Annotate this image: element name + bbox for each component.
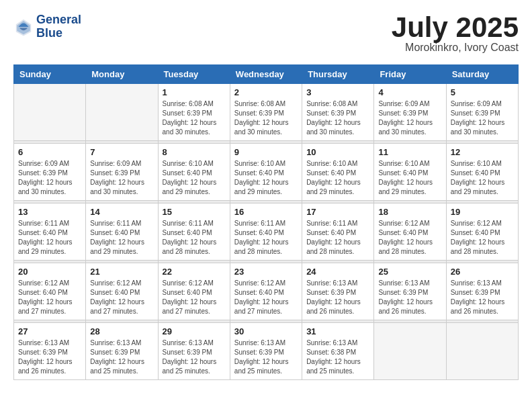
weekday-header-sunday: Sunday [14, 65, 86, 84]
calendar-cell: 22Sunrise: 6:12 AM Sunset: 6:40 PM Dayli… [158, 263, 230, 320]
logo-icon [13, 17, 34, 37]
weekday-header-wednesday: Wednesday [230, 65, 302, 84]
weekday-header-monday: Monday [86, 65, 158, 84]
day-number: 13 [18, 207, 81, 217]
day-info: Sunrise: 6:13 AM Sunset: 6:39 PM Dayligh… [378, 279, 441, 316]
day-number: 30 [234, 326, 298, 336]
day-info: Sunrise: 6:11 AM Sunset: 6:40 PM Dayligh… [18, 219, 81, 257]
day-info: Sunrise: 6:12 AM Sunset: 6:40 PM Dayligh… [18, 279, 81, 316]
calendar-cell: 19Sunrise: 6:12 AM Sunset: 6:40 PM Dayli… [446, 203, 518, 261]
day-number: 5 [451, 87, 514, 97]
calendar-cell: 1Sunrise: 6:08 AM Sunset: 6:39 PM Daylig… [158, 84, 230, 141]
calendar-cell: 18Sunrise: 6:12 AM Sunset: 6:40 PM Dayli… [374, 203, 446, 261]
day-info: Sunrise: 6:13 AM Sunset: 6:38 PM Dayligh… [306, 338, 369, 376]
day-number: 15 [163, 207, 226, 217]
calendar-cell: 31Sunrise: 6:13 AM Sunset: 6:38 PM Dayli… [302, 323, 374, 380]
day-info: Sunrise: 6:10 AM Sunset: 6:40 PM Dayligh… [306, 159, 369, 197]
day-info: Sunrise: 6:12 AM Sunset: 6:40 PM Dayligh… [90, 279, 153, 316]
day-number: 29 [163, 326, 226, 336]
calendar-week-1: 1Sunrise: 6:08 AM Sunset: 6:39 PM Daylig… [14, 84, 519, 141]
day-number: 31 [306, 326, 369, 336]
day-info: Sunrise: 6:13 AM Sunset: 6:39 PM Dayligh… [163, 338, 226, 376]
day-info: Sunrise: 6:10 AM Sunset: 6:40 PM Dayligh… [234, 159, 298, 197]
month-title: July 2025 [392, 13, 519, 42]
day-info: Sunrise: 6:10 AM Sunset: 6:40 PM Dayligh… [378, 159, 441, 197]
location-title: Morokinkro, Ivory Coast [392, 42, 519, 54]
day-info: Sunrise: 6:10 AM Sunset: 6:40 PM Dayligh… [451, 159, 514, 197]
day-info: Sunrise: 6:13 AM Sunset: 6:39 PM Dayligh… [451, 279, 514, 316]
weekday-header-friday: Friday [374, 65, 446, 84]
calendar-cell: 8Sunrise: 6:10 AM Sunset: 6:40 PM Daylig… [158, 144, 230, 201]
day-info: Sunrise: 6:11 AM Sunset: 6:40 PM Dayligh… [234, 219, 298, 257]
day-number: 2 [234, 87, 298, 97]
calendar-cell: 21Sunrise: 6:12 AM Sunset: 6:40 PM Dayli… [86, 263, 158, 320]
calendar-cell [446, 323, 518, 380]
title-block: July 2025 Morokinkro, Ivory Coast [392, 13, 519, 54]
calendar-cell [86, 84, 158, 141]
weekday-header-thursday: Thursday [302, 65, 374, 84]
calendar-cell: 3Sunrise: 6:08 AM Sunset: 6:39 PM Daylig… [302, 84, 374, 141]
day-info: Sunrise: 6:09 AM Sunset: 6:39 PM Dayligh… [18, 159, 81, 197]
day-info: Sunrise: 6:11 AM Sunset: 6:40 PM Dayligh… [90, 219, 153, 257]
calendar-cell: 29Sunrise: 6:13 AM Sunset: 6:39 PM Dayli… [158, 323, 230, 380]
calendar-week-4: 20Sunrise: 6:12 AM Sunset: 6:40 PM Dayli… [14, 263, 519, 320]
day-info: Sunrise: 6:09 AM Sunset: 6:39 PM Dayligh… [378, 99, 441, 137]
calendar-week-2: 6Sunrise: 6:09 AM Sunset: 6:39 PM Daylig… [14, 144, 519, 201]
day-info: Sunrise: 6:13 AM Sunset: 6:39 PM Dayligh… [90, 338, 153, 376]
day-info: Sunrise: 6:08 AM Sunset: 6:39 PM Dayligh… [234, 99, 298, 137]
weekday-header-row: SundayMondayTuesdayWednesdayThursdayFrid… [14, 65, 519, 84]
day-info: Sunrise: 6:09 AM Sunset: 6:39 PM Dayligh… [90, 159, 153, 197]
day-info: Sunrise: 6:12 AM Sunset: 6:40 PM Dayligh… [378, 219, 441, 257]
day-number: 28 [90, 326, 153, 336]
day-number: 19 [451, 207, 514, 217]
day-number: 26 [451, 267, 514, 277]
day-number: 17 [306, 207, 369, 217]
calendar-cell: 7Sunrise: 6:09 AM Sunset: 6:39 PM Daylig… [86, 144, 158, 201]
calendar-cell: 10Sunrise: 6:10 AM Sunset: 6:40 PM Dayli… [302, 144, 374, 201]
day-number: 8 [163, 147, 226, 157]
day-number: 23 [234, 267, 298, 277]
day-info: Sunrise: 6:08 AM Sunset: 6:39 PM Dayligh… [306, 99, 369, 137]
logo-text: General Blue [36, 13, 81, 40]
logo: General Blue [13, 13, 81, 40]
calendar-cell: 6Sunrise: 6:09 AM Sunset: 6:39 PM Daylig… [14, 144, 86, 201]
day-info: Sunrise: 6:12 AM Sunset: 6:40 PM Dayligh… [451, 219, 514, 257]
day-number: 4 [378, 87, 441, 97]
calendar-cell: 9Sunrise: 6:10 AM Sunset: 6:40 PM Daylig… [230, 144, 302, 201]
day-number: 14 [90, 207, 153, 217]
calendar-cell: 16Sunrise: 6:11 AM Sunset: 6:40 PM Dayli… [230, 203, 302, 261]
calendar-cell: 11Sunrise: 6:10 AM Sunset: 6:40 PM Dayli… [374, 144, 446, 201]
calendar-cell: 4Sunrise: 6:09 AM Sunset: 6:39 PM Daylig… [374, 84, 446, 141]
calendar-cell: 30Sunrise: 6:13 AM Sunset: 6:39 PM Dayli… [230, 323, 302, 380]
calendar-cell: 24Sunrise: 6:13 AM Sunset: 6:39 PM Dayli… [302, 263, 374, 320]
calendar-cell: 5Sunrise: 6:09 AM Sunset: 6:39 PM Daylig… [446, 84, 518, 141]
day-info: Sunrise: 6:09 AM Sunset: 6:39 PM Dayligh… [451, 99, 514, 137]
calendar-week-5: 27Sunrise: 6:13 AM Sunset: 6:39 PM Dayli… [14, 323, 519, 380]
day-info: Sunrise: 6:10 AM Sunset: 6:40 PM Dayligh… [163, 159, 226, 197]
day-number: 12 [451, 147, 514, 157]
day-info: Sunrise: 6:12 AM Sunset: 6:40 PM Dayligh… [163, 279, 226, 316]
day-number: 22 [163, 267, 226, 277]
day-number: 1 [163, 87, 226, 97]
day-number: 25 [378, 267, 441, 277]
page-header: General Blue July 2025 Morokinkro, Ivory… [13, 13, 519, 54]
day-info: Sunrise: 6:13 AM Sunset: 6:39 PM Dayligh… [306, 279, 369, 316]
day-info: Sunrise: 6:12 AM Sunset: 6:40 PM Dayligh… [234, 279, 298, 316]
day-number: 7 [90, 147, 153, 157]
day-number: 9 [234, 147, 298, 157]
weekday-header-tuesday: Tuesday [158, 65, 230, 84]
calendar-cell: 27Sunrise: 6:13 AM Sunset: 6:39 PM Dayli… [14, 323, 86, 380]
day-number: 10 [306, 147, 369, 157]
day-number: 3 [306, 87, 369, 97]
calendar-cell: 28Sunrise: 6:13 AM Sunset: 6:39 PM Dayli… [86, 323, 158, 380]
calendar-cell [14, 84, 86, 141]
calendar-cell: 17Sunrise: 6:11 AM Sunset: 6:40 PM Dayli… [302, 203, 374, 261]
calendar-cell: 25Sunrise: 6:13 AM Sunset: 6:39 PM Dayli… [374, 263, 446, 320]
calendar-cell: 20Sunrise: 6:12 AM Sunset: 6:40 PM Dayli… [14, 263, 86, 320]
calendar-week-3: 13Sunrise: 6:11 AM Sunset: 6:40 PM Dayli… [14, 203, 519, 261]
day-number: 18 [378, 207, 441, 217]
calendar-table: SundayMondayTuesdayWednesdayThursdayFrid… [13, 64, 519, 380]
day-info: Sunrise: 6:13 AM Sunset: 6:39 PM Dayligh… [18, 338, 81, 376]
calendar-cell: 14Sunrise: 6:11 AM Sunset: 6:40 PM Dayli… [86, 203, 158, 261]
calendar-cell: 26Sunrise: 6:13 AM Sunset: 6:39 PM Dayli… [446, 263, 518, 320]
